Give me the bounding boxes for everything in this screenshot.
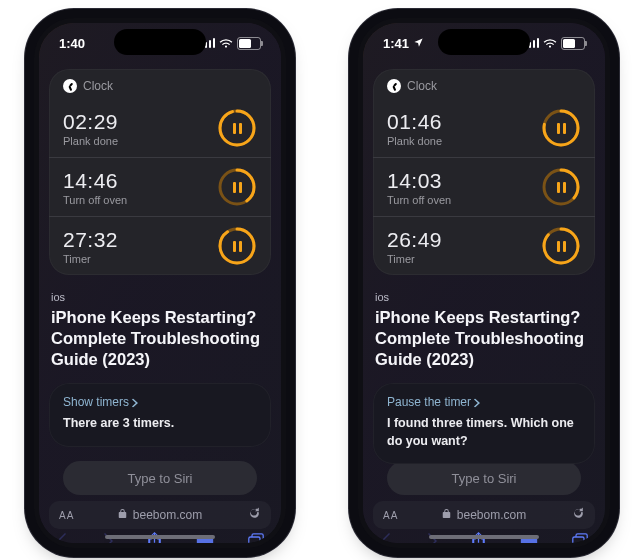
status-time: 1:41 [383,36,409,51]
dynamic-island [114,29,206,55]
timer-row: 14:46 Turn off oven [49,157,271,216]
safari-url-bar[interactable]: AA beebom.com [373,501,595,529]
timer-label: Plank done [387,135,442,147]
app-name: Clock [407,79,437,93]
reload-button[interactable] [248,507,261,523]
timer-time: 27:32 [63,228,118,252]
timer-time: 14:46 [63,169,127,193]
siri-input[interactable]: Type to Siri [387,461,581,495]
location-icon [413,36,424,51]
pause-icon [541,226,581,266]
article-preview: ios iPhone Keeps Restarting? Complete Tr… [51,291,269,370]
home-indicator[interactable] [429,535,539,539]
url-domain: beebom.com [457,508,526,522]
siri-input[interactable]: Type to Siri [63,461,257,495]
pause-icon [217,226,257,266]
pause-icon [541,167,581,207]
pause-button[interactable] [541,108,581,148]
pause-icon [217,108,257,148]
timer-row: 26:49 Timer [373,216,595,275]
pause-icon [217,167,257,207]
safari-url-bar[interactable]: AA beebom.com [49,501,271,529]
timer-row: 02:29 Plank done [49,99,271,157]
reload-button[interactable] [572,507,585,523]
battery-icon [237,37,261,50]
status-time: 1:40 [59,36,85,51]
timer-label: Turn off oven [63,194,127,206]
clock-notification[interactable]: Clock 01:46 Plank done 14:03 Turn off ov… [373,69,595,275]
pause-button[interactable] [217,167,257,207]
lock-icon [442,508,451,522]
battery-icon [561,37,585,50]
timer-label: Turn off oven [387,194,451,206]
dynamic-island [438,29,530,55]
wifi-icon [219,38,233,48]
timer-row: 27:32 Timer [49,216,271,275]
article-category: ios [375,291,593,303]
timer-label: Plank done [63,135,118,147]
clock-icon [63,79,77,93]
siri-result[interactable]: Pause the timer I found three timers. Wh… [373,383,595,464]
siri-response: I found three timers. Which one do you w… [387,415,581,450]
timer-label: Timer [63,253,118,265]
timer-row: 14:03 Turn off oven [373,157,595,216]
clock-icon [387,79,401,93]
pause-button[interactable] [217,226,257,266]
siri-response: There are 3 timers. [63,415,257,433]
timer-label: Timer [387,253,442,265]
wifi-icon [543,38,557,48]
timer-time: 02:29 [63,110,118,134]
timer-time: 14:03 [387,169,451,193]
app-name: Clock [83,79,113,93]
siri-request[interactable]: Show timers [63,395,257,409]
pause-button[interactable] [541,167,581,207]
clock-notification[interactable]: Clock 02:29 Plank done 14:46 Turn off ov… [49,69,271,275]
timer-row: 01:46 Plank done [373,99,595,157]
siri-request[interactable]: Pause the timer [387,395,581,409]
article-headline: iPhone Keeps Restarting? Complete Troubl… [375,307,593,370]
timer-time: 26:49 [387,228,442,252]
iphone-mockup: 1:41 ios iPhone Keeps Restarting? Comple… [358,18,610,548]
article-category: ios [51,291,269,303]
url-domain: beebom.com [133,508,202,522]
article-headline: iPhone Keeps Restarting? Complete Troubl… [51,307,269,370]
pause-button[interactable] [541,226,581,266]
lock-icon [118,508,127,522]
siri-result[interactable]: Show timers There are 3 timers. [49,383,271,447]
reader-button[interactable]: AA [383,510,398,521]
reader-button[interactable]: AA [59,510,74,521]
timer-time: 01:46 [387,110,442,134]
pause-icon [541,108,581,148]
article-preview: ios iPhone Keeps Restarting? Complete Tr… [375,291,593,370]
iphone-mockup: 1:40 ios iPhone Keeps Restarting? Comple… [34,18,286,548]
pause-button[interactable] [217,108,257,148]
home-indicator[interactable] [105,535,215,539]
